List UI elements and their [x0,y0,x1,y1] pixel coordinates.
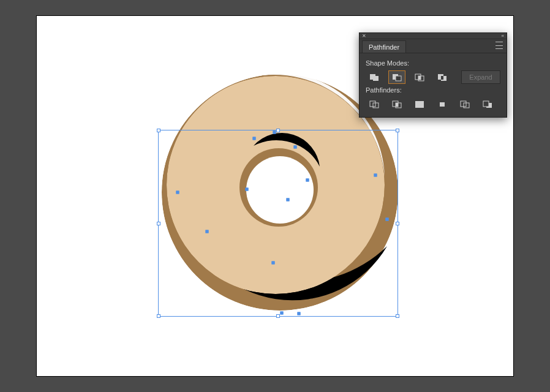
handle-middle-left[interactable] [157,222,160,225]
svg-rect-11 [396,76,401,81]
anchor-point[interactable] [272,262,275,265]
handle-bottom-left[interactable] [157,314,160,318]
anchor-point[interactable] [206,230,209,233]
close-icon[interactable]: ✕ [362,34,366,39]
crop-button[interactable] [434,97,451,111]
collapse-icon[interactable]: « [502,34,504,39]
tab-pathfinder[interactable]: Pathfinder [362,40,406,53]
merge-button[interactable] [411,97,428,111]
minus-front-button[interactable] [388,70,405,84]
unite-icon [369,73,380,81]
divide-icon [369,100,380,108]
anchor-point[interactable] [273,131,276,134]
expand-label: Expand [469,74,492,81]
anchor-point[interactable] [306,179,309,182]
divide-button[interactable] [366,97,383,111]
anchor-point[interactable] [386,218,389,221]
anchor-point[interactable] [374,174,377,177]
outline-button[interactable] [456,97,473,111]
expand-button[interactable]: Expand [461,70,500,84]
minus-front-icon [391,73,402,81]
handle-middle-right[interactable] [396,222,399,225]
outline-icon [459,100,470,108]
anchor-point[interactable] [246,188,249,191]
anchor-point[interactable] [298,312,301,315]
minus-back-icon [482,100,493,108]
tab-label: Pathfinder [369,43,399,51]
svg-rect-23 [415,101,424,108]
pathfinder-panel[interactable]: ✕ « Pathfinder Shape Modes: Expand Pathf… [359,32,507,118]
panel-titlebar[interactable]: ✕ « [360,33,507,39]
svg-rect-14 [418,76,421,80]
panel-body: Shape Modes: Expand Pathfinders: [360,53,507,117]
handle-top-middle[interactable] [276,129,280,132]
pathfinders-row [366,97,500,111]
crop-icon [437,100,448,108]
handle-bottom-right[interactable] [396,314,399,318]
intersect-icon [414,73,425,81]
trim-button[interactable] [388,97,405,111]
panel-menu-icon[interactable] [495,42,504,49]
trim-icon [391,100,402,108]
minus-back-button[interactable] [479,97,496,111]
intersect-button[interactable] [411,70,428,84]
handle-bottom-middle[interactable] [276,314,280,318]
handle-top-right[interactable] [396,129,399,132]
svg-rect-22 [396,103,398,107]
panel-tabs: Pathfinder [360,39,507,53]
anchor-point[interactable] [294,146,297,149]
svg-rect-17 [441,76,443,80]
shape-modes-label: Shape Modes: [366,59,500,67]
svg-rect-24 [440,102,445,107]
merge-icon [414,100,425,108]
anchor-point[interactable] [281,312,284,315]
selection-bounding-box[interactable] [158,130,398,317]
svg-rect-28 [483,101,489,107]
exclude-button[interactable] [434,70,451,84]
pathfinders-label: Pathfinders: [366,86,500,94]
anchor-point[interactable] [253,137,256,140]
svg-rect-9 [373,76,379,81]
shape-modes-row: Expand [366,70,500,84]
exclude-icon [437,73,448,81]
anchor-point[interactable] [287,198,290,202]
unite-button[interactable] [366,70,383,84]
anchor-point[interactable] [176,191,179,194]
handle-top-left[interactable] [157,129,160,132]
